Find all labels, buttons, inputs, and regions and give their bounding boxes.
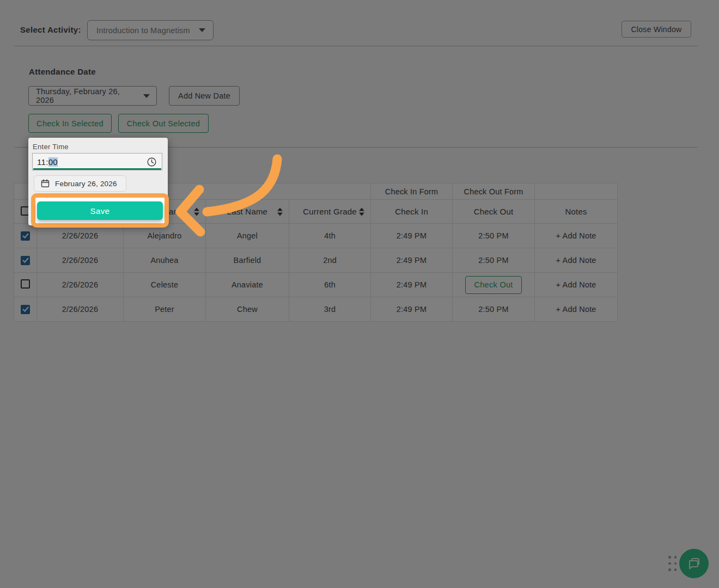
enter-time-label: Enter Time [33, 143, 69, 151]
focus-underline [33, 168, 161, 170]
calendar-icon [41, 179, 50, 188]
save-button[interactable]: Save [37, 201, 163, 220]
popup-date-value: February 26, 2026 [55, 180, 117, 188]
highlight-ring-annotation: Save [31, 193, 169, 228]
popup-date-field[interactable]: February 26, 2026 [34, 175, 126, 192]
time-value-prefix: 11: [37, 157, 48, 167]
modal-dim-overlay [0, 0, 719, 588]
time-input[interactable]: 11:00 [32, 153, 162, 170]
clock-icon[interactable] [147, 157, 156, 167]
time-value-selected: 00 [48, 157, 58, 167]
attendance-window: Select Activity: Introduction to Magneti… [0, 0, 719, 588]
